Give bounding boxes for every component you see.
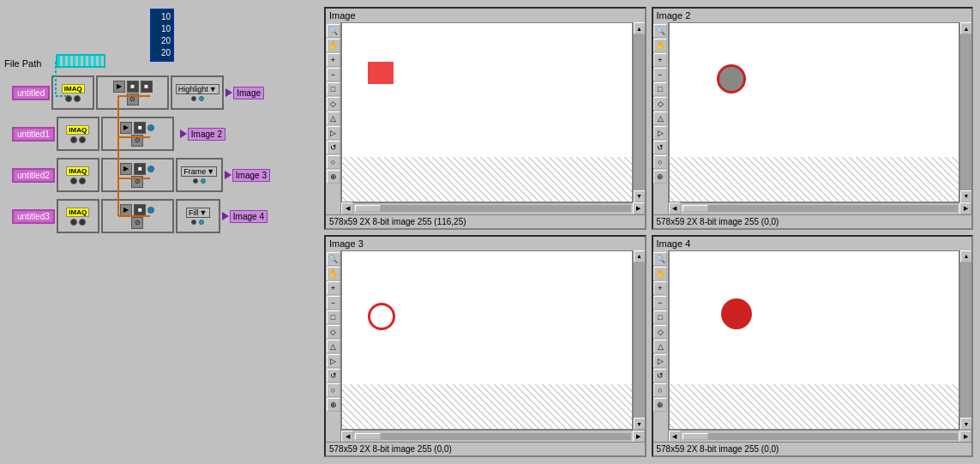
tool-circle-1[interactable]: ○: [327, 155, 340, 169]
vscroll-down-1[interactable]: ▼: [634, 190, 645, 202]
hscroll-track-2[interactable]: [682, 205, 959, 212]
icon-2b[interactable]: ■: [134, 122, 146, 134]
tool-circle-3[interactable]: ○: [327, 383, 340, 397]
tool-magnify-4[interactable]: 🔍: [653, 252, 667, 266]
hscroll-3[interactable]: ◀ ▶: [341, 430, 645, 442]
vscroll-track-4[interactable]: [960, 262, 971, 419]
icon-3b[interactable]: ■: [134, 163, 146, 175]
icon-1d[interactable]: ⊙: [127, 93, 139, 105]
tool-plus-4[interactable]: +: [653, 281, 667, 295]
icon-4a[interactable]: ▶: [120, 204, 132, 216]
proc-dropdown-4[interactable]: Fill ▼: [186, 208, 209, 218]
tool-crosshair-1[interactable]: ⊕: [327, 170, 340, 184]
hscroll-thumb-4[interactable]: [682, 433, 708, 440]
hscroll-4[interactable]: ◀ ▶: [669, 430, 972, 442]
hscroll-right-3[interactable]: ▶: [633, 431, 645, 443]
vscroll-down-4[interactable]: ▼: [960, 418, 971, 430]
tool-triangle-1[interactable]: △: [327, 111, 340, 125]
icon-3d[interactable]: ⊙: [131, 176, 143, 188]
hscroll-thumb-2[interactable]: [682, 205, 708, 212]
tool-diamond-3[interactable]: ◇: [327, 325, 340, 339]
tool-triangle-3[interactable]: △: [327, 340, 340, 353]
tool-minus-2[interactable]: −: [653, 68, 667, 81]
hscroll-right-4[interactable]: ▶: [959, 431, 971, 443]
icon-4d[interactable]: ⊙: [131, 217, 143, 229]
tool-minus-3[interactable]: −: [327, 296, 340, 310]
vscroll-up-3[interactable]: ▲: [634, 250, 645, 262]
tool-rotate-1[interactable]: ↺: [327, 141, 340, 154]
tool-hand-2[interactable]: ✋: [653, 39, 667, 52]
tool-magnify-2[interactable]: 🔍: [653, 24, 667, 38]
tool-rotate-2[interactable]: ↺: [653, 141, 667, 154]
tool-diamond-4[interactable]: ◇: [653, 325, 667, 339]
tool-arrow-4[interactable]: ▷: [653, 354, 667, 368]
tool-rect-2[interactable]: □: [653, 82, 667, 96]
tool-rect-1[interactable]: □: [327, 82, 340, 96]
tool-plus-2[interactable]: +: [653, 53, 667, 67]
tool-arrow-3[interactable]: ▷: [327, 354, 340, 368]
vscroll-down-3[interactable]: ▼: [634, 418, 645, 430]
tool-hand-4[interactable]: ✋: [653, 267, 667, 280]
tool-triangle-2[interactable]: △: [653, 111, 667, 125]
tool-rect-4[interactable]: □: [653, 310, 667, 324]
tool-plus-3[interactable]: +: [327, 281, 340, 295]
out-label-3: Image 3: [232, 169, 270, 182]
tool-crosshair-4[interactable]: ⊕: [653, 398, 667, 412]
hscroll-track-1[interactable]: [355, 205, 631, 212]
hscroll-1[interactable]: ◀ ▶: [341, 202, 645, 214]
tool-minus-4[interactable]: −: [653, 296, 667, 310]
vscroll-track-1[interactable]: [634, 34, 645, 190]
hscroll-2[interactable]: ◀ ▶: [669, 202, 972, 214]
vscroll-3[interactable]: ▲ ▼: [633, 250, 645, 431]
proc-dropdown-3[interactable]: Frame ▼: [181, 166, 217, 177]
icon-4b[interactable]: ■: [134, 204, 146, 216]
out-label-2: Image 2: [188, 128, 225, 141]
hscroll-right-2[interactable]: ▶: [959, 202, 971, 214]
proc-dot-3b: [201, 178, 206, 184]
hscroll-right-1[interactable]: ▶: [633, 202, 645, 214]
tool-plus-1[interactable]: +: [327, 53, 340, 67]
hscroll-track-3[interactable]: [355, 433, 631, 440]
tool-rotate-4[interactable]: ↺: [653, 369, 667, 383]
tool-rect-3[interactable]: □: [327, 310, 340, 324]
vscroll-4[interactable]: ▲ ▼: [959, 250, 971, 431]
vscroll-1[interactable]: ▲ ▼: [633, 22, 645, 202]
tool-rotate-3[interactable]: ↺: [327, 369, 340, 383]
icon-1b[interactable]: ■: [127, 81, 139, 93]
tool-minus-1[interactable]: −: [327, 68, 340, 81]
tool-hand-1[interactable]: ✋: [327, 39, 340, 52]
tool-circle-2[interactable]: ○: [653, 155, 667, 169]
icon-3a[interactable]: ▶: [120, 163, 132, 175]
vscroll-up-4[interactable]: ▲: [960, 250, 971, 262]
tool-triangle-4[interactable]: △: [653, 340, 667, 353]
vscroll-track-2[interactable]: [960, 34, 971, 190]
vscroll-down-2[interactable]: ▼: [960, 190, 971, 202]
hscroll-track-4[interactable]: [682, 433, 959, 440]
tool-arrow-2[interactable]: ▷: [653, 126, 667, 140]
hscroll-thumb-3[interactable]: [355, 433, 381, 440]
icon-1c[interactable]: ■: [141, 81, 153, 93]
middle-block-3: ▶ ■ ⊙: [101, 158, 174, 192]
vscroll-up-2[interactable]: ▲: [960, 22, 971, 34]
tool-circle-4[interactable]: ○: [653, 383, 667, 397]
hscroll-thumb-1[interactable]: [355, 205, 381, 212]
vscroll-up-1[interactable]: ▲: [634, 22, 645, 34]
hscroll-left-2[interactable]: ◀: [669, 202, 681, 214]
proc-dropdown-1[interactable]: Highlight ▼: [176, 84, 219, 94]
hscroll-left-1[interactable]: ◀: [341, 202, 353, 214]
tool-crosshair-2[interactable]: ⊕: [653, 170, 667, 184]
icon-1a[interactable]: ▶: [113, 81, 125, 93]
hscroll-left-3[interactable]: ◀: [341, 431, 353, 443]
tool-diamond-2[interactable]: ◇: [653, 97, 667, 111]
hscroll-left-4[interactable]: ◀: [669, 431, 681, 443]
icon-2a[interactable]: ▶: [120, 122, 132, 134]
icon-2d[interactable]: ⊙: [131, 135, 143, 147]
tool-arrow-1[interactable]: ▷: [327, 126, 340, 140]
tool-magnify-1[interactable]: 🔍: [327, 24, 340, 38]
tool-magnify-3[interactable]: 🔍: [327, 252, 340, 266]
tool-diamond-1[interactable]: ◇: [327, 97, 340, 111]
vscroll-track-3[interactable]: [634, 262, 645, 419]
tool-hand-3[interactable]: ✋: [327, 267, 340, 280]
vscroll-2[interactable]: ▲ ▼: [959, 22, 971, 202]
tool-crosshair-3[interactable]: ⊕: [327, 398, 340, 412]
